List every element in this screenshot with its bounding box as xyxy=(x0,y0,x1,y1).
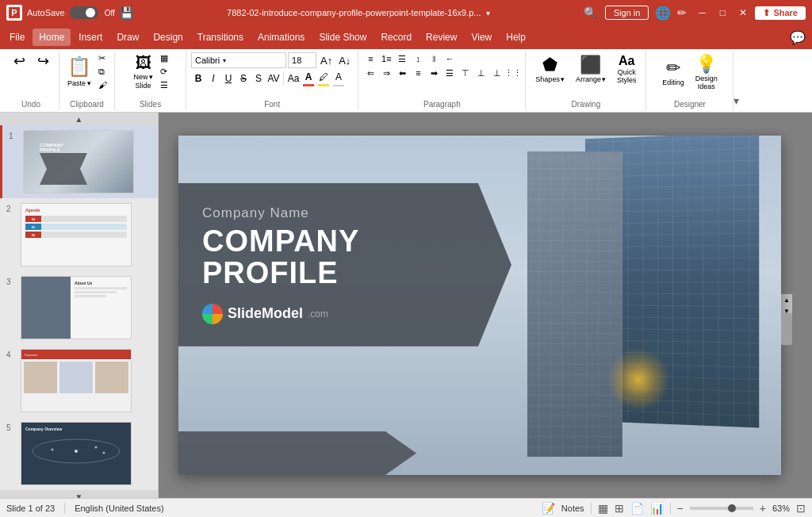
quickstyles-label2: Styles xyxy=(617,76,637,84)
paste-button[interactable]: 📋 Paste ▾ xyxy=(64,54,94,89)
menu-insert[interactable]: Insert xyxy=(72,29,109,46)
align-bottom-button[interactable]: ⊥ xyxy=(490,67,504,79)
close-button[interactable]: ✕ xyxy=(734,4,752,21)
zoom-slider-thumb[interactable] xyxy=(728,504,736,512)
justify-button[interactable]: ☰ xyxy=(442,67,457,79)
menu-slideshow[interactable]: Slide Show xyxy=(312,29,373,46)
align-center-button[interactable]: ≡ xyxy=(411,67,425,79)
editing-icon: ✏ xyxy=(666,58,680,79)
fontcolor-button[interactable]: A xyxy=(301,70,316,84)
menu-home[interactable]: Home xyxy=(33,29,71,46)
section-button[interactable]: ☰ xyxy=(158,79,170,91)
decrease-size-button[interactable]: A↓ xyxy=(336,54,353,67)
slide-thumb-5[interactable]: 5 Company Overview xyxy=(0,417,158,490)
maximize-button[interactable]: □ xyxy=(714,4,731,21)
cut-button[interactable]: ✂ xyxy=(96,52,109,64)
rtl-button[interactable]: ← xyxy=(442,52,457,65)
clearformat-button[interactable]: A xyxy=(331,70,346,84)
sign-in-button[interactable]: Sign in xyxy=(605,6,649,20)
normal-view-icon[interactable]: ▦ xyxy=(598,502,608,515)
notes-label[interactable]: Notes xyxy=(561,504,584,513)
filename-dropdown-icon[interactable]: ▾ xyxy=(486,9,490,17)
undo-button[interactable]: ↩ xyxy=(8,52,30,70)
paragraph-label: Paragraph xyxy=(423,98,461,109)
thumb5-title: Company Overview xyxy=(21,423,131,435)
layout-button[interactable]: ▦ xyxy=(158,52,170,64)
slide-canvas[interactable]: Company Name COMPANY PROFILE SlideModel.… xyxy=(178,136,781,475)
presenter-view-icon[interactable]: 📊 xyxy=(650,502,664,515)
scrollbar-up-button[interactable]: ▲ xyxy=(781,294,792,305)
multilevel-button[interactable]: ☰ xyxy=(395,52,409,65)
save-icon[interactable]: 💾 xyxy=(120,6,133,19)
smartart-button[interactable]: ⋮⋮ xyxy=(506,67,520,79)
slide-thumb-3[interactable]: 3 About Us xyxy=(0,271,158,344)
arrange-label: Arrange ▾ xyxy=(576,75,606,83)
slide-thumb-4[interactable]: 4 Counters xyxy=(0,344,158,417)
fontcase-button[interactable]: Aa xyxy=(286,71,301,86)
underline-button[interactable]: U xyxy=(221,71,236,86)
slide-sorter-icon[interactable]: ⊞ xyxy=(615,502,624,515)
filename-label: 7882-02-introduce-company-profile-powerp… xyxy=(227,8,481,17)
bold-button[interactable]: B xyxy=(191,71,205,86)
align-right-button[interactable]: ➡ xyxy=(427,67,441,79)
menu-transitions[interactable]: Transitions xyxy=(191,29,250,46)
search-icon[interactable]: 🔍 xyxy=(584,6,597,19)
numbering-button[interactable]: 1≡ xyxy=(379,52,393,65)
italic-button[interactable]: I xyxy=(206,71,220,86)
zoom-in-icon[interactable]: + xyxy=(760,502,766,515)
logo-text: SlideModel xyxy=(228,305,303,322)
reset-button[interactable]: ⟳ xyxy=(158,66,170,78)
menu-animations[interactable]: Animations xyxy=(251,29,311,46)
autosave-toggle[interactable] xyxy=(70,6,98,19)
menu-view[interactable]: View xyxy=(465,29,498,46)
copy-button[interactable]: ⧉ xyxy=(96,66,109,78)
strikethrough-button[interactable]: S xyxy=(236,71,251,86)
font-name-selector[interactable]: Calibri ▾ xyxy=(191,52,286,68)
arrange-button[interactable]: ⬛ Arrange ▾ xyxy=(571,53,611,85)
zoom-out-icon[interactable]: − xyxy=(677,502,684,515)
comment-icon[interactable]: 💬 xyxy=(787,27,809,48)
autosave-toggle-thumb xyxy=(86,8,95,17)
share-button[interactable]: ⬆ Share xyxy=(755,6,806,20)
para-row1: ≡ 1≡ ☰ ↕ ⫴ ← xyxy=(363,52,520,65)
menu-record[interactable]: Record xyxy=(374,29,418,46)
slide-thumb-2[interactable]: 2 Agenda 04 05 06 xyxy=(0,198,158,271)
menu-file[interactable]: File xyxy=(3,29,31,46)
ribbon-expand-button[interactable]: ▾ xyxy=(733,51,749,110)
menu-design[interactable]: Design xyxy=(147,29,189,46)
globe-icon[interactable]: 🌐 xyxy=(655,6,671,21)
panel-scroll-up[interactable]: ▲ xyxy=(0,113,158,125)
increase-size-button[interactable]: A↑ xyxy=(318,54,335,67)
indent-increase-button[interactable]: ⇒ xyxy=(379,67,393,79)
reading-view-icon[interactable]: 📄 xyxy=(630,502,644,515)
format-paint-button[interactable]: 🖌 xyxy=(96,79,109,90)
zoom-slider[interactable] xyxy=(690,507,753,510)
font-size-selector[interactable]: 18 xyxy=(288,52,316,68)
para-spacing-button[interactable]: ↕ xyxy=(411,52,425,65)
scrollbar-thumb[interactable] xyxy=(781,313,792,345)
shapes-button[interactable]: ⬟ Shapes ▾ xyxy=(530,53,569,85)
indent-decrease-button[interactable]: ⇐ xyxy=(363,67,377,79)
textshadow-button[interactable]: S xyxy=(251,71,266,86)
panel-scroll-down[interactable]: ▼ xyxy=(0,490,158,498)
menu-review[interactable]: Review xyxy=(419,29,463,46)
notes-icon[interactable]: 📝 xyxy=(542,502,555,515)
new-slide-button[interactable]: 🖼 New ▾ Slide xyxy=(131,52,156,91)
charspacing-button[interactable]: AV xyxy=(266,71,281,86)
design-ideas-button[interactable]: 💡 Design Ideas xyxy=(691,52,722,92)
columns-button[interactable]: ⫴ xyxy=(427,52,441,65)
align-top-button[interactable]: ⊤ xyxy=(458,67,473,79)
editing-button[interactable]: ✏ Editing xyxy=(657,56,689,88)
align-middle-button[interactable]: ⊥ xyxy=(474,67,488,79)
menu-help[interactable]: Help xyxy=(500,29,532,46)
quickstyles-button[interactable]: Aa Quick Styles xyxy=(612,52,642,86)
pen-icon[interactable]: ✏ xyxy=(677,6,687,19)
align-left-button[interactable]: ⬅ xyxy=(395,67,409,79)
bullets-button[interactable]: ≡ xyxy=(363,52,377,65)
menu-draw[interactable]: Draw xyxy=(110,29,145,46)
fit-to-window-icon[interactable]: ⊡ xyxy=(796,502,806,515)
highlight-button[interactable]: 🖊 xyxy=(316,70,331,84)
redo-button[interactable]: ↪ xyxy=(32,52,54,70)
slide-thumb-1[interactable]: 1 COMPANYPROFILE xyxy=(0,125,158,198)
minimize-button[interactable]: ─ xyxy=(693,4,710,21)
